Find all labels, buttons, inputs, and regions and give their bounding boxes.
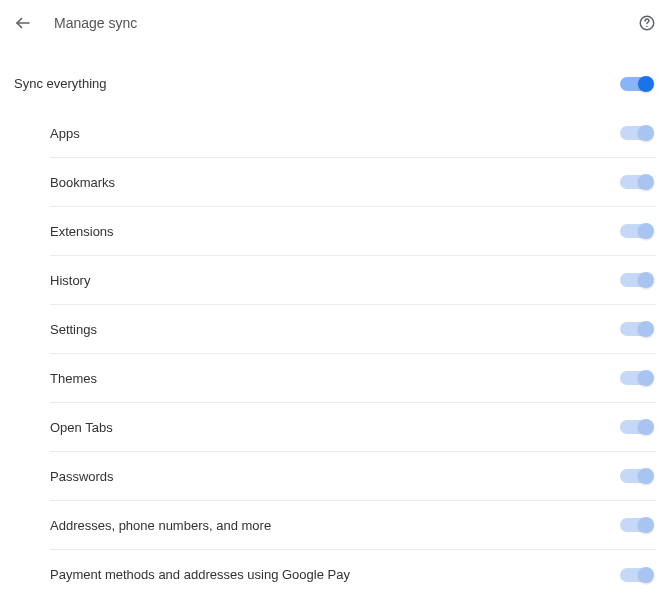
sync-item-label-open-tabs: Open Tabs	[50, 420, 113, 435]
sync-item-history: History	[50, 256, 656, 305]
sync-item-label-addresses: Addresses, phone numbers, and more	[50, 518, 271, 533]
sync-everything-label: Sync everything	[14, 76, 107, 91]
sync-item-bookmarks: Bookmarks	[50, 158, 656, 207]
sync-item-label-extensions: Extensions	[50, 224, 114, 239]
sync-item-label-passwords: Passwords	[50, 469, 114, 484]
sync-item-label-themes: Themes	[50, 371, 97, 386]
header-left: Manage sync	[14, 14, 137, 32]
sync-item-label-bookmarks: Bookmarks	[50, 175, 115, 190]
sync-item-label-payment-methods: Payment methods and addresses using Goog…	[50, 567, 350, 582]
sync-item-label-apps: Apps	[50, 126, 80, 141]
sync-item-toggle-bookmarks	[620, 175, 652, 189]
sync-item-open-tabs: Open Tabs	[50, 403, 656, 452]
sync-items-list: AppsBookmarksExtensionsHistorySettingsTh…	[14, 109, 656, 596]
sync-item-toggle-extensions	[620, 224, 652, 238]
sync-item-passwords: Passwords	[50, 452, 656, 501]
sync-everything-toggle[interactable]	[620, 77, 652, 91]
sync-item-toggle-passwords	[620, 469, 652, 483]
sync-item-payment-methods: Payment methods and addresses using Goog…	[50, 550, 656, 596]
sync-item-label-settings: Settings	[50, 322, 97, 337]
sync-item-toggle-history	[620, 273, 652, 287]
help-icon[interactable]	[638, 14, 656, 32]
content: Sync everything AppsBookmarksExtensionsH…	[0, 36, 670, 596]
sync-item-toggle-addresses	[620, 518, 652, 532]
sync-item-toggle-payment-methods	[620, 568, 652, 582]
sync-item-apps: Apps	[50, 109, 656, 158]
page-title: Manage sync	[54, 15, 137, 31]
sync-item-extensions: Extensions	[50, 207, 656, 256]
sync-item-themes: Themes	[50, 354, 656, 403]
sync-everything-row: Sync everything	[14, 76, 656, 109]
sync-item-toggle-settings	[620, 322, 652, 336]
sync-item-toggle-open-tabs	[620, 420, 652, 434]
sync-item-toggle-themes	[620, 371, 652, 385]
back-arrow-icon[interactable]	[14, 14, 32, 32]
sync-item-settings: Settings	[50, 305, 656, 354]
sync-item-toggle-apps	[620, 126, 652, 140]
sync-item-label-history: History	[50, 273, 90, 288]
sync-item-addresses: Addresses, phone numbers, and more	[50, 501, 656, 550]
header: Manage sync	[0, 0, 670, 36]
